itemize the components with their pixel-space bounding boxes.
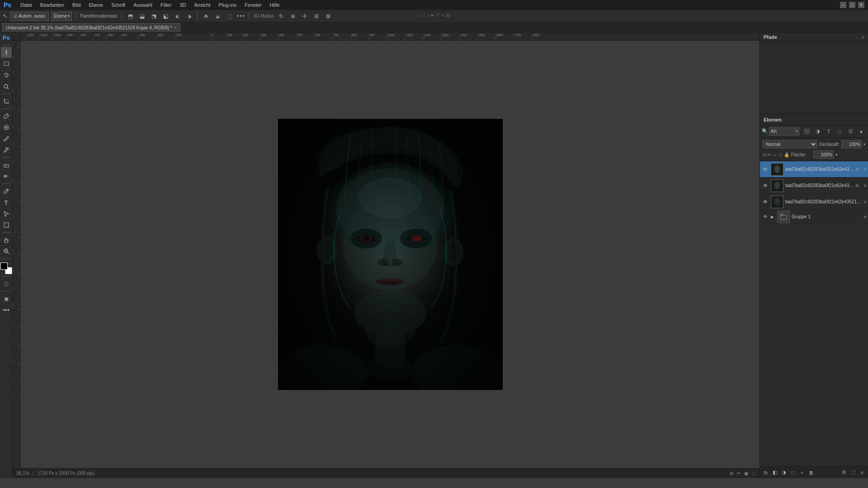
grid-icon[interactable]: ⊞ xyxy=(730,471,733,476)
document-tab[interactable]: Unbenannt-2 bei 38,1% (bad7ba82c60283ba0… xyxy=(2,23,180,32)
lasso-tool-btn[interactable] xyxy=(1,70,12,80)
3d-scale-button[interactable]: ⊠ xyxy=(324,12,333,21)
3d-roll-button[interactable]: ⊕ xyxy=(288,12,297,21)
filter-type-btn[interactable]: T xyxy=(824,127,834,136)
add-mask-btn[interactable]: ◧ xyxy=(771,469,779,477)
menu-filter[interactable]: Filter xyxy=(159,1,173,9)
3d-slide-button[interactable]: ⊞ xyxy=(312,12,321,21)
fill-chevron-icon[interactable]: ▾ xyxy=(835,153,837,157)
canvas-settings-icon[interactable]: ▣ xyxy=(744,471,748,476)
align-bottom-button[interactable]: ⬔ xyxy=(149,12,158,21)
foarben-artboard-icon[interactable]: ⬡ xyxy=(778,152,783,157)
align-top-button[interactable]: ⬒ xyxy=(126,12,135,21)
clone-tool-btn[interactable] xyxy=(1,145,12,155)
menu-3d[interactable]: 3D xyxy=(178,1,188,9)
fill-input[interactable] xyxy=(813,150,834,159)
pen-tool-btn[interactable] xyxy=(1,186,12,197)
close-button[interactable]: ✕ xyxy=(858,2,864,8)
filter-toggle-btn[interactable]: ● xyxy=(856,127,866,136)
layers-settings-icon[interactable]: ⚙ xyxy=(840,469,848,477)
quick-select-tool-btn[interactable] xyxy=(1,81,12,92)
text-tool-btn[interactable]: T xyxy=(1,197,12,208)
auto-select-checkbox[interactable]: ☑ Autom. ausw. xyxy=(10,12,49,21)
menu-schrift[interactable]: Schrift xyxy=(109,1,127,9)
path-select-tool-btn[interactable] xyxy=(1,208,12,219)
new-group-btn[interactable]: □ xyxy=(789,469,797,477)
group1-options-icon[interactable]: ≡ xyxy=(864,215,866,219)
rect-select-tool-btn[interactable] xyxy=(1,58,12,69)
new-adjustment-btn[interactable]: ◑ xyxy=(780,469,788,477)
brush-tool-btn[interactable] xyxy=(1,133,12,144)
add-style-btn[interactable]: fx xyxy=(762,469,770,477)
align-right-button[interactable]: ⬗ xyxy=(184,12,193,21)
menu-datei[interactable]: Datei xyxy=(19,1,34,9)
align-vcenter-button[interactable]: ⬓ xyxy=(137,12,146,21)
menu-bild[interactable]: Bild xyxy=(71,1,82,9)
group-row-1[interactable]: 👁 ▶ Gruppe 1 ≡ xyxy=(760,210,868,224)
foreground-color-swatch[interactable] xyxy=(0,263,8,270)
layer4-visibility-icon[interactable]: 👁 xyxy=(762,166,769,173)
menu-ansicht[interactable]: Ansicht xyxy=(192,1,212,9)
zoom-tool-btn[interactable] xyxy=(1,246,12,257)
tab-close-icon[interactable]: × xyxy=(174,25,176,30)
menu-fenster[interactable]: Fenster xyxy=(243,1,263,9)
foarben-lock-icon[interactable]: ⊡ xyxy=(763,152,766,157)
paths-expand-icon[interactable]: ≡ xyxy=(862,35,864,40)
hand-tool-btn[interactable] xyxy=(1,235,12,245)
screen-mode-btn[interactable]: ▣ xyxy=(1,293,12,304)
eyedropper-tool-btn[interactable] xyxy=(1,111,12,122)
layer4-options-icon[interactable]: ≡ xyxy=(864,167,866,172)
layer-select-dropdown[interactable]: Ebene ▾ xyxy=(52,12,72,21)
menu-bearbeiten[interactable]: Bearbeiten xyxy=(38,1,66,9)
align-hcenter-button[interactable]: ⬖ xyxy=(173,12,182,21)
filter-adj-btn[interactable]: ◑ xyxy=(813,127,823,136)
filter-dropdown[interactable]: Art ▾ xyxy=(769,127,799,136)
distribute-top-button[interactable]: ⬘ xyxy=(201,12,210,21)
layer3-visibility-icon[interactable]: 👁 xyxy=(762,182,769,189)
distribute-bottom-button[interactable]: ⬚ xyxy=(225,12,234,21)
more-options-button[interactable]: ••• xyxy=(236,12,245,21)
new-layer-btn[interactable]: + xyxy=(798,469,806,477)
ps-home-icon[interactable]: Ps xyxy=(3,34,10,41)
group-visibility-icon[interactable]: 👁 xyxy=(762,213,769,221)
crop-tool-btn[interactable] xyxy=(1,96,12,107)
align-left-button[interactable]: ⬕ xyxy=(161,12,170,21)
healing-tool-btn[interactable] xyxy=(1,122,12,133)
canvas-area[interactable]: -1200-1100-1000-900-800-700-600-500-400-… xyxy=(13,33,760,478)
canvas-document[interactable] xyxy=(21,41,760,468)
menu-plugins[interactable]: Plug-ins xyxy=(217,1,239,9)
foarben-edit-icon[interactable]: ✏ xyxy=(768,152,771,157)
blend-mode-select[interactable]: Normal Multiplizieren Aufhellen Abdunkel… xyxy=(763,140,817,148)
quick-mask-btn[interactable]: ⬡ xyxy=(1,278,12,289)
gradient-tool-btn[interactable] xyxy=(1,171,12,182)
shape-tool-btn[interactable] xyxy=(1,220,12,230)
layer3-options-icon[interactable]: ≡ xyxy=(864,183,866,188)
layer1-visibility-icon[interactable]: 👁 xyxy=(762,198,769,206)
3d-rotate-button[interactable]: ↻ xyxy=(277,12,286,21)
delete-layer-btn[interactable]: 🗑 xyxy=(807,469,815,477)
layers-panel-menu-icon[interactable]: ≡ xyxy=(858,469,866,477)
filter-smart-btn[interactable]: ⊡ xyxy=(845,127,855,136)
screen-icon[interactable]: ⬚ xyxy=(752,471,756,476)
group-arrow-icon[interactable]: ▶ xyxy=(771,215,775,219)
opacity-chevron-icon[interactable]: ▾ xyxy=(863,142,865,146)
extras-btn[interactable]: ••• xyxy=(1,305,12,315)
foarben-move-icon[interactable]: ↔ xyxy=(773,152,777,157)
layers-expand-icon[interactable]: ⬚ xyxy=(849,469,857,477)
move-tool-btn[interactable] xyxy=(1,47,12,58)
brush-settings-icon[interactable]: ✏ xyxy=(737,471,741,476)
distribute-vcenter-button[interactable]: ⬙ xyxy=(213,12,222,21)
filter-shape-btn[interactable]: □ xyxy=(835,127,844,136)
layer-row-1[interactable]: 👁 bad7ba82c60283ba0f21e62e43521529 ≡ xyxy=(760,194,868,210)
layer-row-4[interactable]: 👁 bad7ba82c60283ba0f21e62e43521529 Kopie… xyxy=(760,161,868,178)
menu-auswahl[interactable]: Auswahl xyxy=(132,1,154,9)
minimize-button[interactable]: − xyxy=(840,2,846,8)
menu-ebene[interactable]: Ebene xyxy=(87,1,105,9)
foarben-lock2-icon[interactable]: 🔒 xyxy=(784,152,789,157)
3d-pan-button[interactable]: ✛ xyxy=(300,12,309,21)
layer-row-3[interactable]: 👁 bad7ba82c60283ba0f21e62e43521529 Kopie… xyxy=(760,178,868,194)
layer1-options-icon[interactable]: ≡ xyxy=(864,200,866,204)
maximize-button[interactable]: □ xyxy=(849,2,855,8)
menu-hilfe[interactable]: Hilfe xyxy=(268,1,282,9)
eraser-tool-btn[interactable] xyxy=(1,160,12,170)
